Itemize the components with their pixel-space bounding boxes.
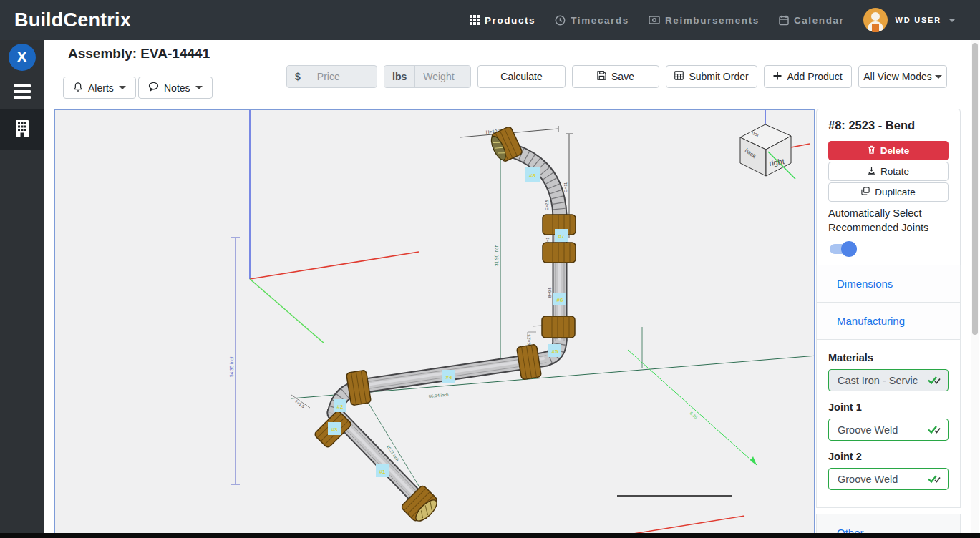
duplicate-label: Duplicate xyxy=(875,187,915,197)
marker-4[interactable]: #4 xyxy=(442,370,455,383)
dim-offset: 6.35 xyxy=(689,411,698,420)
scrollbar-thumb[interactable] xyxy=(972,43,978,335)
price-input-group: $ xyxy=(286,65,377,88)
alerts-button[interactable]: Alerts xyxy=(63,77,136,99)
marker-3[interactable]: #3 xyxy=(328,422,341,435)
chat-bubble-icon xyxy=(148,82,159,94)
price-prefix: $ xyxy=(287,66,309,87)
page-title: Assembly: EVA-14441 xyxy=(68,46,210,62)
section-manufacturing[interactable]: Manufacturing xyxy=(816,303,961,340)
svg-text:#6: #6 xyxy=(557,297,563,303)
x-logo-icon: X xyxy=(9,44,36,71)
marker-1[interactable]: #1 xyxy=(376,464,389,477)
rotate-button[interactable]: Rotate xyxy=(828,162,949,181)
dim-f: F=1.5 xyxy=(294,399,305,409)
materials-value: Cast Iron - Servic xyxy=(838,375,928,386)
manufacturing-link: Manufacturing xyxy=(837,315,905,327)
trash-icon xyxy=(868,145,875,156)
calendar-icon xyxy=(779,15,789,26)
pipe-assembly[interactable] xyxy=(331,152,564,500)
auto-joints-toggle[interactable] xyxy=(830,243,857,255)
add-product-label: Add Product xyxy=(787,71,842,82)
nav-products[interactable]: Products xyxy=(470,15,535,26)
assembly-toolbar: $ lbs Calculate Save Submit Order Add Pr… xyxy=(286,65,947,88)
dim-e1: E=2.5 xyxy=(545,200,549,210)
left-sidebar: X xyxy=(0,40,44,538)
save-button[interactable]: Save xyxy=(572,65,659,88)
add-product-button[interactable]: Add Product xyxy=(764,65,852,88)
section-dimensions[interactable]: Dimensions xyxy=(816,265,961,303)
delete-button[interactable]: Delete xyxy=(828,141,949,160)
chevron-down-icon xyxy=(949,19,956,22)
materials-select[interactable]: Cast Iron - Servic xyxy=(828,369,949,391)
svg-text:#7: #7 xyxy=(558,233,565,240)
brand-logo[interactable]: BuildCentrix xyxy=(14,9,131,31)
submit-order-button[interactable]: Submit Order xyxy=(666,65,757,88)
weight-prefix: lbs xyxy=(384,66,415,87)
top-navbar: BuildCentrix Products Timecards xyxy=(0,0,980,40)
rotate-icon xyxy=(868,166,875,177)
marker-7[interactable]: #7 xyxy=(555,229,568,242)
axes xyxy=(250,110,419,343)
window-bottom-edge xyxy=(0,533,980,538)
calculate-button[interactable]: Calculate xyxy=(477,65,566,88)
dimensions-link: Dimensions xyxy=(837,278,893,290)
dimension-lines: 54.35 inch 31.90 inch H=10.75 G=11 E=2.5… xyxy=(229,126,814,537)
notes-button[interactable]: Notes xyxy=(138,77,213,99)
selection-title: #8: 2523 - Bend xyxy=(828,119,949,132)
duplicate-button[interactable]: Duplicate xyxy=(828,182,949,202)
table-icon xyxy=(674,71,684,82)
plus-icon xyxy=(773,71,782,82)
assembly-drawing: 54.35 inch 31.90 inch H=10.75 G=11 E=2.5… xyxy=(55,110,814,537)
dim-vertical-pipe: 31.90 inch xyxy=(494,245,499,266)
sidebar-item-home[interactable]: X xyxy=(0,40,44,74)
nav-timecards[interactable]: Timecards xyxy=(555,15,629,26)
user-name: WD USER xyxy=(895,16,941,24)
clock-icon xyxy=(555,15,566,26)
properties-panel: #8: 2523 - Bend Delete Rotate Duplicate … xyxy=(816,109,961,538)
floppy-icon xyxy=(597,71,606,82)
marker-8[interactable]: #8 xyxy=(525,167,540,182)
notes-label: Notes xyxy=(164,82,190,94)
joint1-select[interactable]: Groove Weld xyxy=(828,419,949,441)
sidebar-item-company[interactable] xyxy=(0,109,44,150)
dim-g: G=11 xyxy=(563,182,568,192)
marker-5[interactable]: #5 xyxy=(548,344,561,357)
dim-overall-height: 54.35 inch xyxy=(229,356,234,377)
chevron-down-icon xyxy=(935,75,942,79)
svg-text:#3: #3 xyxy=(331,426,338,433)
calculate-label: Calculate xyxy=(500,71,542,82)
rotate-label: Rotate xyxy=(880,166,909,177)
weight-input[interactable] xyxy=(415,66,471,87)
price-input[interactable] xyxy=(309,66,374,87)
marker-2[interactable]: #2 xyxy=(334,399,346,412)
double-check-icon xyxy=(928,474,941,485)
part-markers: #8 #7 #6 #5 #4 #2 #3 #1 xyxy=(328,167,568,477)
selection-card: #8: 2523 - Bend Delete Rotate Duplicate … xyxy=(816,109,961,265)
nav-reimbursements-label: Reimbursements xyxy=(665,15,760,26)
nav-calendar[interactable]: Calendar xyxy=(779,15,845,26)
view-modes-button[interactable]: All View Modes xyxy=(858,65,947,88)
chevron-down-icon xyxy=(119,86,126,89)
svg-text:#4: #4 xyxy=(446,374,452,381)
orientation-cube[interactable]: top back right xyxy=(740,110,810,179)
nav-reimbursements[interactable]: Reimbursements xyxy=(649,15,760,26)
manufacturing-body: Materials Cast Iron - Servic Joint 1 Gro… xyxy=(816,340,961,508)
joint1-label: Joint 1 xyxy=(828,401,949,413)
weight-input-group: lbs xyxy=(384,65,471,88)
dim-e2: E=2.5 xyxy=(527,334,531,345)
alerts-label: Alerts xyxy=(88,82,114,94)
user-menu[interactable]: WD USER xyxy=(863,8,956,32)
assembly-3d-viewport[interactable]: 54.35 inch 31.90 inch H=10.75 G=11 E=2.5… xyxy=(54,109,815,538)
sidebar-item-menu[interactable] xyxy=(0,74,44,109)
dim-b: B=9.5 xyxy=(548,287,552,298)
auto-joints-label: Automatically Select Recommended Joints xyxy=(828,207,936,235)
nav-calendar-label: Calendar xyxy=(794,15,845,26)
joint2-select[interactable]: Groove Weld xyxy=(828,468,949,490)
svg-text:#5: #5 xyxy=(552,348,558,355)
double-check-icon xyxy=(928,424,941,436)
submit-order-label: Submit Order xyxy=(689,71,748,82)
materials-label: Materials xyxy=(828,352,949,363)
marker-6[interactable]: #6 xyxy=(553,293,566,305)
window-scrollbar[interactable] xyxy=(971,40,979,538)
